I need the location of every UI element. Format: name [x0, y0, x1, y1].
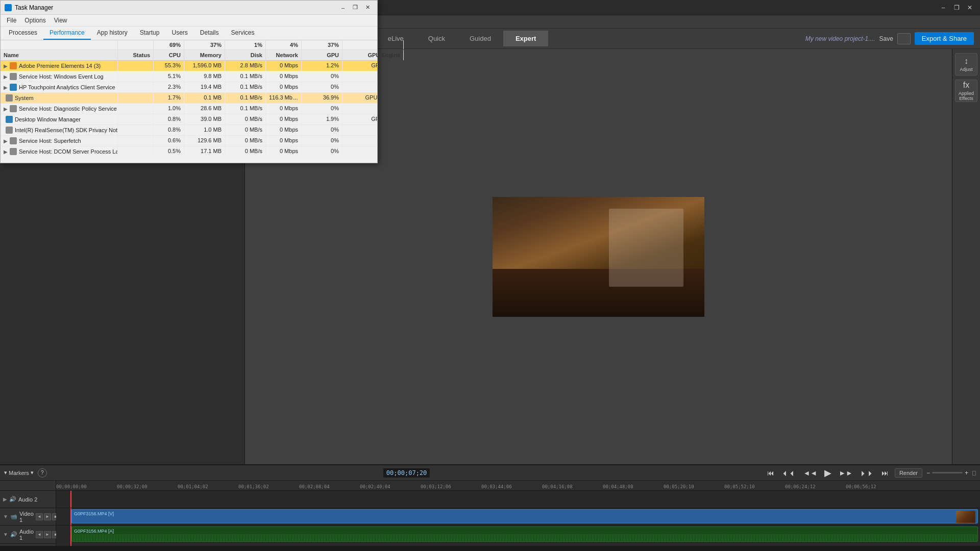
step-back-button[interactable]: ⏴⏴ — [779, 468, 798, 478]
timeline: ▾ Markers ▾ ? 00;00;07;20 ⏮ ⏴⏴ ◄◄ ▶ ►► ⏵… — [0, 464, 980, 551]
tm-summary-cpu: 69% — [154, 40, 184, 49]
tab-quick[interactable]: Quick — [416, 31, 457, 46]
expand-icon[interactable]: ▶ — [4, 149, 8, 155]
play-button[interactable]: ▶ — [822, 466, 834, 480]
table-row[interactable]: ▶ Service Host: Superfetch 0.6% 129.6 MB… — [1, 136, 377, 146]
tm-tab-services[interactable]: Services — [225, 27, 261, 40]
save-button[interactable]: Save — [879, 35, 893, 42]
video1-expand-icon[interactable]: ▼ — [3, 514, 8, 519]
markers-button[interactable]: ▾ Markers ▾ — [4, 469, 34, 476]
tm-menu-options[interactable]: Options — [20, 16, 50, 25]
audio1-clip[interactable]: G0PF3156.MP4 [A] — [71, 527, 978, 542]
step-forward-button[interactable]: ⏵⏵ — [858, 468, 876, 478]
monitor-icon[interactable] — [897, 33, 911, 44]
audio2-track-content — [56, 491, 980, 508]
process-icon — [10, 148, 17, 155]
table-row[interactable]: ▶ Service Host: Windows Event Log 5.1% 9… — [1, 71, 377, 82]
tm-close-button[interactable]: ✕ — [362, 3, 373, 12]
zoom-out-button[interactable]: − — [926, 469, 930, 477]
table-row[interactable]: System 1.7% 0.1 MB 0.1 MB/s 116.3 Mbps 3… — [1, 93, 377, 104]
table-row[interactable]: ▶ HP Touchpoint Analytics Client Service… — [1, 82, 377, 93]
expand-icon[interactable]: ▶ — [4, 74, 8, 80]
tab-guided[interactable]: Guided — [457, 31, 503, 46]
tm-col-disk[interactable]: Disk — [225, 50, 266, 60]
zoom-slider[interactable] — [932, 472, 963, 473]
tm-col-gpu[interactable]: GPU — [302, 50, 342, 60]
tm-tab-startup[interactable]: Startup — [134, 27, 166, 40]
expand-icon[interactable]: ▶ — [4, 106, 8, 112]
audio1-track-content: G0PF3156.MP4 [A] — [56, 525, 980, 544]
video1-lock-button[interactable]: ◄ — [36, 513, 43, 520]
process-gpuengine-cell — [342, 104, 377, 114]
tm-tab-processes[interactable]: Processes — [3, 27, 43, 40]
preview-image — [493, 197, 704, 317]
tm-col-network[interactable]: Network — [266, 50, 302, 60]
process-cpu-cell: 55.3% — [154, 61, 184, 71]
audio1-eye-button[interactable]: ► — [44, 531, 51, 538]
audio1-clip-label: G0PF3156.MP4 [A] — [72, 528, 116, 535]
tm-tab-details[interactable]: Details — [194, 27, 225, 40]
process-name: Service Host: DCOM Server Process Launch… — [19, 148, 118, 155]
table-row[interactable]: Desktop Window Manager 0.8% 39.0 MB 0 MB… — [1, 114, 377, 125]
tm-tab-performance[interactable]: Performance — [43, 27, 91, 40]
timemark-10: 00;05;20;10 — [664, 484, 694, 489]
tm-col-memory[interactable]: Memory — [184, 50, 225, 60]
tm-tab-users[interactable]: Users — [165, 27, 193, 40]
video1-track-content: G0PF3156.MP4 [V] — [56, 508, 980, 525]
project-name: My new video project-1.... — [805, 35, 875, 42]
timemark-12: 00;06;24;12 — [785, 484, 816, 489]
export-share-button[interactable]: Export & Share — [915, 32, 974, 45]
zoom-in-button[interactable]: + — [965, 469, 968, 477]
voice-track-content — [56, 544, 980, 546]
expand-icon[interactable]: ▶ — [4, 63, 8, 69]
process-name-cell: ▶ Service Host: Windows Event Log — [1, 71, 118, 82]
tm-minimize-button[interactable]: – — [337, 3, 349, 12]
table-row[interactable]: Intel(R) RealSense(TM) SDK Privacy Notif… — [1, 125, 377, 136]
render-button[interactable]: Render — [895, 468, 922, 478]
premiere-minimize-button[interactable]: – — [937, 3, 949, 13]
voice-track: ▶ 🔊 Voice — [0, 544, 980, 546]
go-to-start-button[interactable]: ⏮ — [765, 468, 776, 478]
table-row[interactable]: ▶ Service Host: Diagnostic Policy Servic… — [1, 104, 377, 114]
fit-timeline-button[interactable]: ⎕ — [972, 470, 976, 476]
process-memory-cell: 1,596.0 MB — [184, 61, 225, 71]
tm-title-left: Task Manager — [5, 4, 53, 11]
tm-tab-apphistory[interactable]: App history — [91, 27, 134, 40]
tm-col-name[interactable]: Name — [1, 50, 118, 60]
audio2-expand-icon[interactable]: ▶ — [3, 496, 7, 502]
audio1-track-label: ▼ 🔊 Audio 1 ◄ ► ■ — [0, 525, 56, 543]
markers-arrow-icon: ▾ — [31, 469, 34, 476]
process-status-cell — [118, 146, 154, 157]
premiere-close-button[interactable]: ✕ — [964, 3, 976, 13]
process-name: HP Touchpoint Analytics Client Service — [19, 84, 115, 90]
tab-expert[interactable]: Expert — [503, 31, 548, 46]
tm-menu-view[interactable]: View — [50, 16, 71, 25]
process-name-cell: ▶ Service Host: Superfetch — [1, 136, 118, 146]
fast-forward-button[interactable]: ►► — [837, 468, 855, 478]
expand-icon[interactable]: ▶ — [4, 85, 8, 90]
process-memory-cell: 19.4 MB — [184, 82, 225, 92]
timeline-scrollbar[interactable] — [0, 546, 980, 551]
audio1-expand-icon[interactable]: ▼ — [3, 532, 8, 537]
go-to-end-button[interactable]: ⏭ — [879, 468, 891, 478]
table-row[interactable]: ▶ Adobe Premiere Elements 14 (3) 55.3% 1… — [1, 61, 377, 71]
table-row[interactable]: ▶ Service Host: DCOM Server Process Laun… — [1, 146, 377, 157]
tm-col-gpuengine[interactable]: GPU Engine — [342, 50, 404, 60]
tm-col-cpu[interactable]: CPU — [154, 50, 184, 60]
applied-effects-button[interactable]: fx Applied Effects — [955, 80, 977, 102]
video1-eye-button[interactable]: ► — [44, 513, 51, 520]
expand-icon[interactable]: ▶ — [4, 138, 8, 144]
video1-clip[interactable]: G0PF3156.MP4 [V] — [71, 509, 978, 523]
rewind-button[interactable]: ◄◄ — [801, 468, 819, 478]
tm-menu-file[interactable]: File — [3, 16, 20, 25]
premiere-restore-button[interactable]: ❒ — [950, 3, 963, 13]
timemark-0: 00;00;00;00 — [56, 484, 87, 489]
tm-win-controls: – ❒ ✕ — [337, 3, 373, 12]
tm-col-status[interactable]: Status — [118, 50, 154, 60]
tm-restore-button[interactable]: ❒ — [350, 3, 361, 12]
timemark-13: 00;06;56;12 — [846, 484, 876, 489]
audio1-lock-button[interactable]: ◄ — [36, 531, 43, 538]
timemark-6: 00;03;12;06 — [421, 484, 451, 489]
adjust-button[interactable]: ↕ Adjust — [955, 53, 977, 76]
help-button[interactable]: ? — [38, 468, 47, 478]
